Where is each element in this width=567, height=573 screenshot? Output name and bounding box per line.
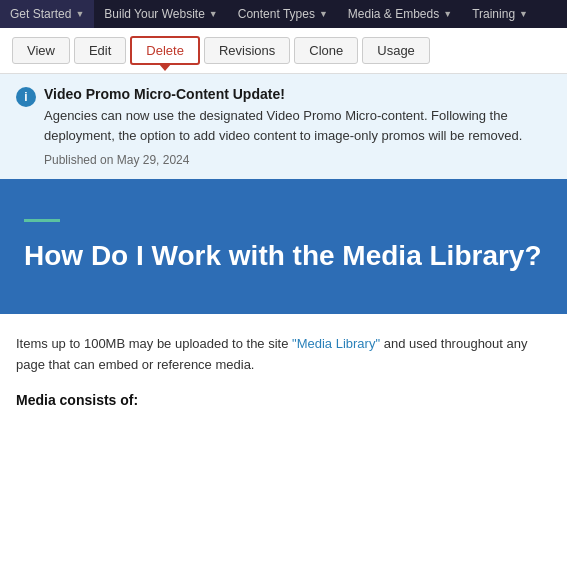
nav-item-get-started[interactable]: Get Started ▼: [0, 0, 94, 28]
nav-label-content-types: Content Types: [238, 7, 315, 21]
nav-label-media-embeds: Media & Embeds: [348, 7, 439, 21]
nav-item-build-website[interactable]: Build Your Website ▼: [94, 0, 227, 28]
usage-button[interactable]: Usage: [362, 37, 430, 64]
info-banner: i Video Promo Micro-Content Update! Agen…: [0, 74, 567, 179]
content-area: Items up to 100MB may be uploaded to the…: [0, 314, 567, 428]
info-icon: i: [16, 87, 36, 107]
action-bar: View Edit Delete Revisions Clone Usage: [0, 28, 567, 74]
chevron-icon-training: ▼: [519, 9, 528, 19]
hero-accent-bar: [24, 219, 60, 222]
content-text: Items up to 100MB may be uploaded to the…: [16, 336, 292, 351]
hero-section: How Do I Work with the Media Library?: [0, 179, 567, 314]
chevron-icon-content-types: ▼: [319, 9, 328, 19]
top-nav: Get Started ▼ Build Your Website ▼ Conte…: [0, 0, 567, 28]
nav-label-get-started: Get Started: [10, 7, 71, 21]
chevron-icon-build-website: ▼: [209, 9, 218, 19]
info-banner-date: Published on May 29, 2024: [44, 153, 551, 167]
edit-button[interactable]: Edit: [74, 37, 126, 64]
nav-item-media-embeds[interactable]: Media & Embeds ▼: [338, 0, 462, 28]
revisions-button[interactable]: Revisions: [204, 37, 290, 64]
clone-button[interactable]: Clone: [294, 37, 358, 64]
view-button[interactable]: View: [12, 37, 70, 64]
content-subheading: Media consists of:: [16, 392, 551, 408]
info-banner-body: Agencies can now use the designated Vide…: [44, 106, 551, 145]
chevron-icon-media-embeds: ▼: [443, 9, 452, 19]
info-banner-title: Video Promo Micro-Content Update!: [44, 86, 551, 102]
nav-label-training: Training: [472, 7, 515, 21]
chevron-icon-get-started: ▼: [75, 9, 84, 19]
media-library-link[interactable]: "Media Library": [292, 336, 380, 351]
nav-item-training[interactable]: Training ▼: [462, 0, 538, 28]
hero-title: How Do I Work with the Media Library?: [24, 238, 543, 274]
nav-item-content-types[interactable]: Content Types ▼: [228, 0, 338, 28]
nav-label-build-website: Build Your Website: [104, 7, 205, 21]
delete-button[interactable]: Delete: [130, 36, 200, 65]
content-paragraph: Items up to 100MB may be uploaded to the…: [16, 334, 551, 376]
